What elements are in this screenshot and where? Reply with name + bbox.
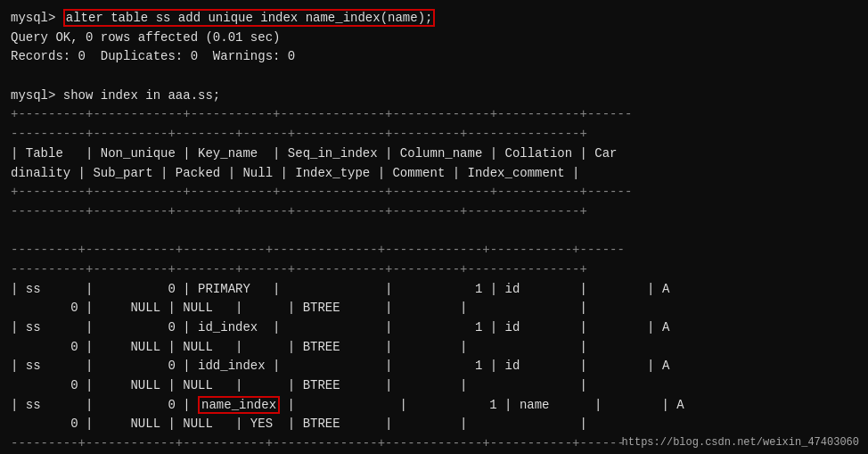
row1a: | ss | 0 | PRIMARY | | 1 | id | | A [11,280,857,300]
output-line-1: Query OK, 0 rows affected (0.01 sec) [11,29,857,48]
cmd-line-2: mysql> show index in aaa.ss; [11,87,857,106]
command-line-1: mysql> alter table ss add unique index n… [11,9,857,29]
border-line-6: ----------+----------+--------+------+--… [11,260,857,280]
output-line-2: Records: 0 Duplicates: 0 Warnings: 0 [11,47,857,67]
border-line-4: ----------+----------+--------+------+--… [11,202,857,222]
terminal: mysql> alter table ss add unique index n… [0,0,868,454]
row4b: 0 | NULL | NULL | YES | BTREE | | | [11,415,857,434]
name-index-highlight: name_index [198,396,280,414]
header-line-2: dinality | Sub_part | Packed | Null | In… [11,164,857,184]
row4a: | ss | 0 | name_index | | 1 | name | | A [11,396,857,416]
header-line-1: | Table | Non_unique | Key_name | Seq_in… [11,144,857,164]
watermark: https://blog.csdn.net/weixin_47403060 [622,436,859,449]
blank-line-2 [11,222,857,242]
blank-line-1 [11,67,857,87]
row3a: | ss | 0 | idd_index | | 1 | id | | A [11,357,857,376]
border-line-2: ----------+----------+--------+------+--… [11,125,857,144]
row3b: 0 | NULL | NULL | | BTREE | | | [11,376,857,396]
row1b: 0 | NULL | NULL | | BTREE | | | [11,299,857,318]
row2b: 0 | NULL | NULL | | BTREE | | | [11,338,857,358]
border-line-1: +---------+------------+-----------+----… [11,105,857,125]
prompt-1: mysql> [11,11,63,25]
border-line-5: ---------+------------+-----------+-----… [11,241,857,260]
row2a: | ss | 0 | id_index | | 1 | id | | A [11,318,857,338]
border-line-3: +---------+------------+-----------+----… [11,183,857,202]
command-highlight: alter table ss add unique index name_ind… [63,9,436,27]
